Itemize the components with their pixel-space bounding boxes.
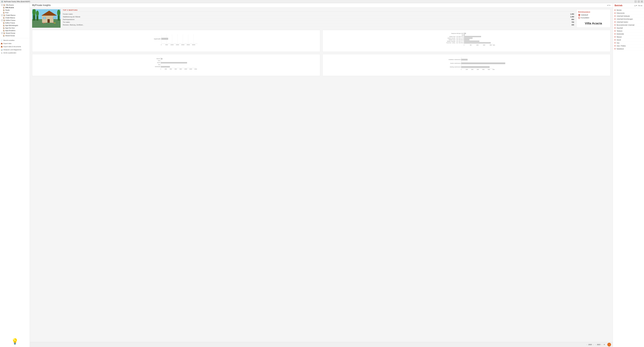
menu-dot-icon — [614, 27, 616, 28]
sidebar-menu-export-data-documents[interactable]: 📤 Export data & documents — [0, 45, 30, 48]
prev-year-2-button[interactable]: ← — [595, 344, 596, 346]
property-image — [32, 9, 60, 28]
svg-rect-36 — [464, 33, 466, 34]
back-button[interactable]: → — [607, 343, 611, 347]
right-menu-elektrizitaet[interactable]: Elektrizität — [613, 32, 644, 35]
folder-icon: 🏠 — [3, 19, 5, 21]
prev-year-1-button[interactable]: ← — [586, 344, 588, 346]
svg-rect-82 — [461, 66, 490, 68]
right-menu-label: Unterhalt Garten — [616, 21, 628, 23]
right-menu-telekom[interactable]: Telekom — [613, 29, 644, 32]
svg-rect-58 — [161, 58, 162, 59]
svg-text:Gas: Gas — [158, 64, 160, 65]
font-size-icon[interactable]: Aa aa — [638, 5, 642, 6]
svg-text:Salt: Salt — [462, 34, 464, 36]
close-button[interactable]: ✕ — [641, 0, 643, 2]
maintenance-item-name: Tür malen — [63, 21, 70, 23]
chart-icon: 📊 — [0, 48, 3, 51]
maintenance-row: Fenster malen 1,450 — [63, 13, 574, 15]
svg-text:8000: 8000 — [180, 69, 182, 69]
maintenance-item-value: 700 — [572, 21, 574, 23]
sidebar-item-strand-dunas-group[interactable]: − 🏠 Strand Dunas — [0, 32, 30, 34]
sidebar-menu-bericht-erstellen[interactable]: 📄 Bericht erstellen — [0, 39, 30, 42]
menu-label: Analysen und Diagramme — [4, 49, 22, 50]
expand-icon[interactable]: − — [1, 19, 3, 21]
sidebar-item-edifice-futura[interactable]: 🏠 Edifice Futura — [0, 21, 30, 24]
svg-text:Installation maintenance: Installation maintenance — [448, 59, 461, 60]
right-menu-unterhalt-gebaeude[interactable]: Unterhalt Gebäude — [613, 15, 644, 17]
sidebar-item-label: Villa Acacia — [5, 7, 14, 8]
right-menu-bevorstehender-unterhalt[interactable]: Bevorstehender Unterhalt — [613, 23, 644, 26]
svg-rect-40 — [464, 36, 481, 37]
right-menu-heizoel[interactable]: Heizöl — [613, 38, 644, 41]
svg-text:Mobile Jennifer - 079 726 11 7: Mobile Jennifer - 079 726 11 76 — [448, 37, 464, 39]
menu-label: Export data & documents — [4, 46, 21, 47]
sidebar-item-edifice-futura-group[interactable]: − 🏠 Edifice Futura — [0, 19, 30, 21]
expand-icon[interactable]: − — [1, 32, 3, 34]
svg-text:Elektrizität: Elektrizität — [155, 66, 160, 67]
right-menu-unterhalt-garten[interactable]: Unterhalt Garten — [613, 20, 644, 23]
right-menu-haushalt[interactable]: Haushalt — [613, 26, 644, 29]
svg-text:4000: 4000 — [170, 69, 172, 69]
svg-text:0: 0 — [161, 44, 162, 45]
expand-icon[interactable]: − — [1, 14, 3, 16]
svg-text:Supermarkt: Supermarkt — [154, 38, 160, 40]
radio-button-individuell[interactable] — [578, 14, 580, 16]
right-menu-holz-pellets[interactable]: Holz / Pellets — [613, 44, 644, 47]
export-docs-icon: 📤 — [0, 45, 3, 48]
right-menu-wasser[interactable]: Wasser — [613, 35, 644, 38]
svg-point-6 — [36, 11, 39, 16]
expand-icon[interactable]: − — [1, 4, 3, 6]
right-menu-unterhalt-einrichtungen[interactable]: Unterhalt Einrichtungen — [613, 17, 644, 20]
svg-text:25000: 25000 — [186, 44, 190, 45]
right-menu-notizblock[interactable]: Notizblock — [613, 47, 644, 50]
minimize-button[interactable]: − — [634, 0, 636, 2]
sidebar-item-label: Chalet Bianca — [5, 17, 15, 18]
right-menu-gas[interactable]: Gas — [613, 41, 644, 44]
right-menu-label: Heizöl — [616, 39, 621, 41]
menu-dot-icon — [614, 45, 616, 46]
radio-konsolidiert[interactable]: Konsolidiert — [578, 17, 608, 19]
sidebar-item-appt-amadeus[interactable]: 🏠 Appt Amadeus — [0, 29, 30, 32]
svg-rect-9 — [48, 19, 50, 23]
maximize-button[interactable]: □ — [638, 0, 640, 2]
radio-label: Individuell — [581, 14, 588, 16]
next-year-2-button[interactable]: → — [601, 344, 602, 346]
radio-button-konsolidiert[interactable] — [578, 17, 580, 19]
sidebar-menu-analysen[interactable]: 📊 Analysen und Diagramme — [0, 48, 30, 51]
svg-text:2000: 2000 — [165, 69, 167, 69]
sidebar-item-villa-acacia-group[interactable]: − 🏠 Villa Acacia — [0, 4, 30, 6]
svg-text:5000: 5000 — [166, 44, 168, 45]
sidebar-item-villa-acacia[interactable]: 🏠 Villa Acacia — [0, 6, 30, 9]
navigation-icon[interactable]: ↩↪ — [607, 4, 610, 6]
sidebar-item-appt-michelangelo[interactable]: 🏠 Appt Michelangelo — [0, 24, 30, 27]
menu-dot-icon — [614, 24, 616, 25]
charts-row-1: Supermarkt 0 5000 10000 15000 20000 2500… — [32, 30, 610, 52]
svg-text:30000: 30000 — [192, 44, 195, 45]
sidebar-item-studio[interactable]: 🏠 Studio — [0, 9, 30, 11]
sidebar-item-strand-dunas[interactable]: 🏠 Strand Dunas — [0, 34, 30, 37]
title-bar: 🏢 MyPrivate Family Office [Build 80287] … — [0, 0, 644, 3]
right-menu-betrieb[interactable]: Betrieb — [613, 9, 644, 12]
year-nav-2: ← 2023 → — [595, 344, 602, 346]
next-year-1-button[interactable]: → — [592, 344, 594, 346]
sidebar-item-chalet-bianca-group[interactable]: − 🏠 Chalet Bianca — [0, 14, 30, 16]
svg-text:3000: 3000 — [477, 69, 479, 70]
sidebar-item-chalet-bianca[interactable]: 🏠 Chalet Bianca — [0, 16, 30, 19]
sidebar-menu-archiv[interactable]: 🗂 Archiv ausblenden — [0, 51, 30, 54]
sort-icon[interactable]: ▲▼ — [634, 5, 637, 6]
radio-individuell[interactable]: Individuell — [578, 14, 608, 16]
top5-title: TOP 5 WARTUNG — [63, 9, 574, 12]
sidebar-item-pool[interactable]: 🏠 Pool — [0, 11, 30, 14]
svg-text:Garden maintenance: Garden maintenance — [450, 63, 461, 64]
filter-icon[interactable]: ▼ — [604, 344, 605, 346]
svg-text:3500: 3500 — [490, 44, 492, 45]
right-menu-dokumente[interactable]: Dokumente — [613, 12, 644, 15]
svg-text:1000: 1000 — [466, 69, 468, 70]
menu-dot-icon — [614, 42, 616, 43]
menu-dot-icon — [614, 39, 616, 40]
sidebar-menu-export-data[interactable]: 📤 Export data — [0, 42, 30, 45]
maintenance-item-value: 1,450 — [570, 13, 574, 15]
sidebar-item-appt-da-vinci[interactable]: 🏠 Appt Da Vinci — [0, 27, 30, 29]
maintenance-row: Tür malen 700 — [63, 21, 574, 23]
